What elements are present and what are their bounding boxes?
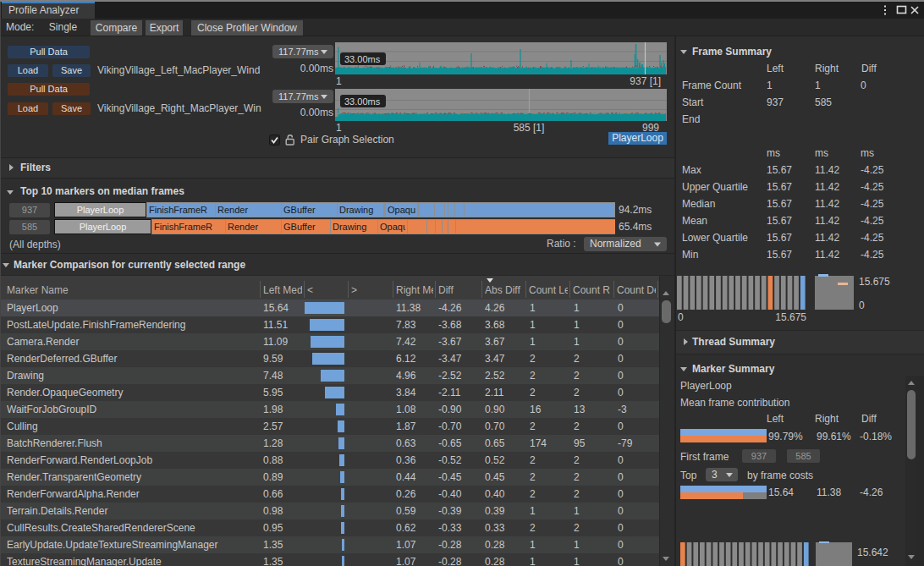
svg-text:33.00ms: 33.00ms: [344, 54, 381, 64]
svg-text:33.00ms: 33.00ms: [344, 96, 381, 107]
